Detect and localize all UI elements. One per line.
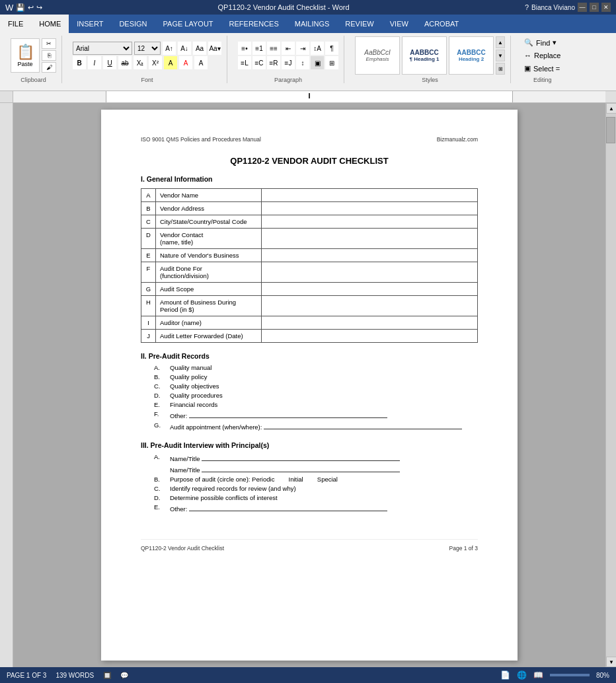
table-letter: A — [141, 189, 156, 202]
strikethrough-button[interactable]: ab — [118, 56, 132, 69]
font-family-select[interactable]: Arial — [73, 42, 132, 55]
format-painter-button[interactable]: 🖌 — [42, 62, 56, 73]
increase-indent-button[interactable]: ⇥ — [296, 42, 309, 55]
font-size-select[interactable]: 12 — [134, 42, 161, 55]
bold-button[interactable]: B — [73, 56, 86, 69]
tab-home[interactable]: HOME — [31, 15, 69, 33]
maximize-button[interactable]: □ — [590, 3, 599, 12]
text-effects-button[interactable]: A — [194, 56, 208, 69]
table-letter: B — [141, 202, 156, 215]
shading-button[interactable]: ▣ — [311, 56, 324, 69]
appointment-line[interactable] — [264, 421, 462, 429]
font-color-button[interactable]: A — [179, 56, 192, 69]
list-item: E. Financial records — [154, 401, 478, 408]
minimize-button[interactable]: — — [578, 3, 587, 12]
view-web-btn[interactable]: 🌐 — [517, 670, 527, 680]
tab-design[interactable]: DESIGN — [111, 15, 155, 33]
table-value[interactable] — [262, 330, 478, 343]
list-text: Quality policy — [170, 373, 208, 380]
borders-button[interactable]: ⊞ — [325, 56, 338, 69]
table-row: B Vendor Address — [141, 202, 478, 215]
numbering-button[interactable]: ≡1 — [252, 42, 266, 55]
styles-scroll-up[interactable]: ▲ — [496, 36, 505, 48]
table-value[interactable] — [262, 249, 478, 262]
show-hide-button[interactable]: ¶ — [325, 42, 338, 55]
list-item: Name/Title — [170, 464, 478, 474]
clear-format-button[interactable]: Aa — [193, 42, 206, 55]
table-letter: C — [141, 215, 156, 229]
view-read-btn[interactable]: 📖 — [533, 670, 543, 680]
align-right-button[interactable]: ≡R — [267, 56, 280, 69]
find-label: Find — [536, 39, 550, 47]
help-icon[interactable]: ? — [525, 3, 529, 11]
bullets-button[interactable]: ≡• — [238, 42, 251, 55]
align-center-button[interactable]: ≡C — [252, 56, 266, 69]
styles-expand[interactable]: ⊞ — [496, 63, 505, 75]
superscript-button[interactable]: X² — [149, 56, 162, 69]
tab-mailings[interactable]: MAILINGS — [287, 15, 338, 33]
tab-insert[interactable]: INSERT — [69, 15, 111, 33]
quick-access-undo[interactable]: ↩ — [28, 3, 34, 12]
replace-button[interactable]: ↔ Replace — [521, 50, 563, 61]
justify-button[interactable]: ≡J — [282, 56, 295, 69]
list-letter: A. — [154, 364, 166, 371]
table-letter: D — [141, 229, 156, 249]
scroll-up-button[interactable]: ▲ — [606, 103, 616, 114]
tab-review[interactable]: REVIEW — [337, 15, 381, 33]
tab-view[interactable]: VIEW — [382, 15, 416, 33]
name-title-line1[interactable] — [202, 453, 400, 461]
other-line[interactable] — [189, 410, 387, 418]
italic-button[interactable]: I — [88, 56, 101, 69]
tab-file[interactable]: FILE — [0, 15, 31, 33]
table-value[interactable] — [262, 189, 478, 202]
zoom-slider[interactable] — [550, 674, 590, 676]
change-case-button[interactable]: Aa▾ — [208, 42, 221, 55]
table-value[interactable] — [262, 229, 478, 249]
sort-button[interactable]: ↕A — [311, 42, 324, 55]
quick-access-redo[interactable]: ↪ — [36, 3, 42, 12]
scroll-thumb[interactable] — [606, 117, 615, 143]
list-item: G. Audit appointment (when/where): — [154, 421, 478, 431]
subscript-button[interactable]: X₂ — [134, 56, 147, 69]
table-value[interactable] — [262, 316, 478, 330]
tab-acrobat[interactable]: ACROBAT — [416, 15, 467, 33]
underline-button[interactable]: U — [103, 56, 116, 69]
multilevel-button[interactable]: ≡≡ — [267, 42, 280, 55]
paragraph-label: Paragraph — [274, 75, 302, 83]
find-button[interactable]: 🔍 Find ▾ — [521, 37, 563, 48]
styles-scroll-down[interactable]: ▼ — [496, 50, 505, 61]
table-value[interactable] — [262, 296, 478, 316]
align-left-button[interactable]: ≡L — [238, 56, 251, 69]
style-heading2[interactable]: AABBCC Heading 2 — [449, 36, 494, 75]
name-title-line2[interactable] — [202, 464, 400, 472]
close-button[interactable]: ✕ — [601, 3, 611, 12]
select-button[interactable]: ▣ Select = — [521, 63, 563, 74]
scroll-down-button[interactable]: ▼ — [606, 657, 616, 667]
shrink-font-button[interactable]: A↓ — [178, 42, 191, 55]
cut-button[interactable]: ✂ — [42, 38, 56, 49]
styles-group: AaBbCcI Emphasis AABBCC ¶ Heading 1 AABB… — [350, 36, 511, 83]
document: ISO 9001 QMS Policies and Procedures Man… — [101, 110, 518, 661]
grow-font-button[interactable]: A↑ — [163, 42, 176, 55]
tab-references[interactable]: REFERENCES — [221, 15, 287, 33]
table-value[interactable] — [262, 202, 478, 215]
ruler-scroll-corner — [605, 91, 616, 102]
status-bar: PAGE 1 OF 3 139 WORDS 🔲 💬 📄 🌐 📖 80% — [0, 667, 616, 683]
other-line-2[interactable] — [189, 503, 387, 511]
table-value[interactable] — [262, 215, 478, 229]
view-print-btn[interactable]: 📄 — [500, 670, 510, 680]
table-value[interactable] — [262, 283, 478, 296]
table-value[interactable] — [262, 262, 478, 283]
list-item: B. Quality policy — [154, 373, 478, 380]
user-name: Bianca Viviano — [531, 4, 575, 11]
highlight-button[interactable]: A — [164, 56, 177, 69]
copy-button[interactable]: ⎘ — [42, 50, 56, 61]
line-spacing-button[interactable]: ↕ — [296, 56, 309, 69]
style-emphasis[interactable]: AaBbCcI Emphasis — [355, 36, 400, 75]
decrease-indent-button[interactable]: ⇤ — [282, 42, 295, 55]
style-heading1[interactable]: AABBCC ¶ Heading 1 — [402, 36, 447, 75]
paste-button[interactable]: 📋 Paste — [11, 38, 40, 73]
quick-access-save[interactable]: 💾 — [16, 3, 25, 12]
tab-page-layout[interactable]: PAGE LAYOUT — [155, 15, 221, 33]
list-item: B. Purpose of audit (circle one): Period… — [154, 476, 478, 483]
